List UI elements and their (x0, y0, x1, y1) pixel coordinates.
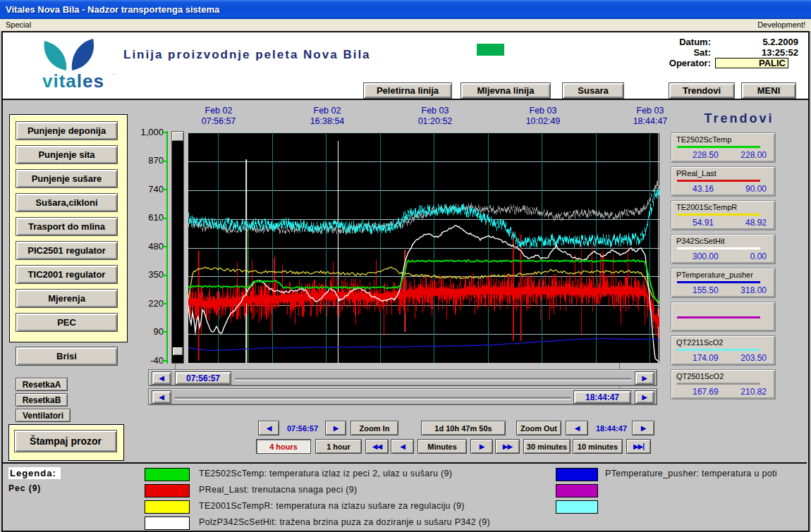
y-axis-tick (162, 303, 167, 304)
rewind-button[interactable]: ◀◀ (365, 439, 389, 454)
legend-text-polz: PolzP342ScSetHit: tražena brzina puza za… (199, 516, 490, 528)
vitales-logo: vitales ~ (37, 37, 128, 93)
trend-line-swatch (677, 383, 760, 385)
nav-mljevna-linija-button[interactable]: Mljevna linija (461, 82, 551, 99)
y-tick-8: -40 (133, 356, 164, 366)
range-30-minutes-button[interactable]: 30 minutes (523, 439, 571, 454)
nav-peletirna-linija-button[interactable]: Peletirna linija (363, 82, 452, 99)
sidebar-punjenje-susare-button[interactable]: Punjenje sušare (16, 169, 118, 188)
range-10-minutes-button[interactable]: 10 minutes (573, 439, 623, 454)
start-scroll-left-arrow[interactable]: ◀ (152, 371, 171, 385)
operator-row: Operator: PALIC (656, 58, 788, 68)
start-time-scrollbar[interactable]: ◀ 07:56:57 ▶ (148, 369, 657, 386)
x-axis-label-2: Feb 0301:20:52 (401, 106, 469, 127)
end-time-scrollbar[interactable]: ◀ 18:44:47 ▶ (148, 388, 657, 405)
page-title: Linija proizvodnje peleta Nova Bila (123, 48, 371, 62)
trend-card-blank[interactable] (671, 302, 776, 332)
end-scroll-left-arrow[interactable]: ◀ (152, 390, 171, 404)
svg-text:vitales: vitales (42, 70, 104, 92)
trend-card-preal-last[interactable]: PReal_Last 43.1690.00 (671, 166, 776, 197)
trend-card-ptemperature-pusher[interactable]: PTemperature_pusher 155.50318.00 (671, 268, 776, 298)
y-tick-6: 220 (133, 299, 164, 309)
legend-swatch-cyan (556, 500, 598, 514)
vertical-scrollbar-thumb[interactable] (172, 132, 183, 141)
zoom-in-button[interactable]: Zoom In (350, 421, 398, 435)
y-tick-2: 740 (133, 185, 164, 194)
menu-special[interactable]: Special (6, 19, 31, 31)
end-scroll-right-arrow[interactable]: ▶ (635, 390, 654, 404)
y-axis-tick (162, 189, 167, 190)
trend-line-swatch (677, 180, 760, 182)
trend-plot-area (188, 132, 659, 363)
start-scroll-right-arrow[interactable]: ▶ (635, 371, 654, 385)
start-time-thumb[interactable]: 07:56:57 (175, 371, 231, 385)
sidebar-susara-cikloni-button[interactable]: Sušara,cikloni (16, 193, 118, 212)
ventilatori-button[interactable]: Ventilatori (16, 409, 71, 422)
window-title-bar[interactable]: Vitales Nova Bila - Nadzor transportenga… (0, 0, 811, 19)
legend-divider (3, 462, 807, 464)
zoom-out-button[interactable]: Zoom Out (516, 421, 561, 435)
end-scroll-track[interactable] (175, 397, 571, 400)
legend-swatch-white (145, 516, 190, 530)
legend-group: Pec (9) (8, 483, 41, 493)
trend-panel-title: Trendovi (670, 111, 808, 126)
nav-susara-button[interactable]: Susara (562, 82, 624, 99)
sidebar-pic2501-regulator-button[interactable]: PIC2501 regulator (16, 241, 118, 260)
step-fwd-start-button[interactable]: ▶ (325, 421, 346, 435)
trend-card-te2001sctempr[interactable]: TE2001ScTempR 54.9148.92 (671, 200, 776, 230)
fast-forward-button[interactable]: ▶▶ (495, 439, 520, 454)
vertical-scrollbar-end[interactable] (173, 347, 183, 355)
sidebar-mjerenja-button[interactable]: Mjerenja (16, 289, 118, 308)
operator-label: Operator: (656, 58, 711, 68)
sat-label: Sat: (656, 47, 711, 58)
time-range-button[interactable]: 1d 10h 47m 50s (421, 421, 506, 435)
step-back-button[interactable]: ◀ (391, 439, 414, 454)
print-button[interactable]: Štampaj prozor (14, 430, 117, 452)
skip-to-end-button[interactable]: ▶▶| (626, 439, 651, 454)
scada-screen: { "title_bar": {"title": "Vitales Nova B… (0, 0, 811, 532)
step-fwd-end-button[interactable]: ▶ (632, 421, 654, 435)
legend-swatch-red (145, 484, 190, 497)
step-back-end-button[interactable]: ◀ (566, 421, 588, 435)
sat-row: Sat: 13:25:52 (656, 47, 798, 58)
range-1-hour-button[interactable]: 1 hour (315, 439, 362, 454)
legend-title: Legenda: (8, 467, 61, 479)
brisi-button[interactable]: Brisi (16, 347, 118, 366)
y-axis-tick (162, 360, 167, 361)
trend-card-qt2501sco2[interactable]: QT2501ScO2 167.69210.82 (671, 369, 776, 400)
nav-meni-button[interactable]: MENI (741, 82, 796, 99)
resetkaa-button[interactable]: ResetkaA (16, 378, 68, 391)
start-scroll-track[interactable] (235, 378, 631, 381)
range-4-hours-button[interactable]: 4 hours (256, 439, 311, 454)
trend-card-p342scsethit[interactable]: P342ScSetHit 300.000.00 (671, 234, 776, 264)
minutes-button[interactable]: Minutes (417, 439, 467, 454)
x-axis-label-1: Feb 0216:38:54 (293, 106, 361, 127)
legend-swatch-magenta (556, 484, 598, 497)
x-axis-label-0: Feb 0207:56:57 (185, 106, 252, 127)
y-axis-tick (162, 161, 167, 162)
y-axis-tick (162, 218, 167, 219)
sidebar-pec-button[interactable]: PEC (16, 313, 118, 332)
vertical-scrollbar[interactable] (171, 131, 184, 364)
end-time-value: 18:44:47 (592, 421, 631, 435)
sat-value: 13:25:52 (715, 47, 798, 58)
step-forward-button[interactable]: ▶ (470, 439, 493, 454)
sidebar-trasport-do-mlina-button[interactable]: Trasport do mlina (16, 217, 118, 236)
trend-card-qt2211sco2[interactable]: QT2211ScO2 174.09203.50 (671, 335, 776, 366)
trend-card-te2502sctemp[interactable]: TE2502ScTemp 228.50228.00 (671, 132, 776, 163)
y-axis-tick (162, 246, 167, 247)
datum-value: 5.2.2009 (715, 37, 798, 47)
status-indicator (477, 44, 504, 56)
y-axis-tick (162, 331, 167, 333)
resetkab-button[interactable]: ResetkaB (16, 393, 68, 407)
legend-text-te2001: TE2001ScTempR: temperatura na izlazu suš… (199, 500, 465, 512)
legend-text-preal: PReal_Last: trenutacna snaga peci (9) (199, 484, 357, 496)
sidebar-tic2001-regulator-button[interactable]: TIC2001 regulator (16, 265, 118, 284)
operator-field[interactable]: PALIC (715, 58, 788, 68)
step-back-start-button[interactable]: ◀ (258, 421, 279, 435)
sidebar-punjenje-deponija-button[interactable]: Punjenje deponija (16, 121, 118, 140)
end-time-thumb[interactable]: 18:44:47 (573, 390, 631, 404)
nav-trendovi-button[interactable]: Trendovi (669, 82, 735, 99)
sidebar-punjenje-sita-button[interactable]: Punjenje sita (16, 145, 118, 164)
legend-text-te2502: TE2502ScTemp: temperatura izlaz iz peci … (199, 468, 452, 480)
